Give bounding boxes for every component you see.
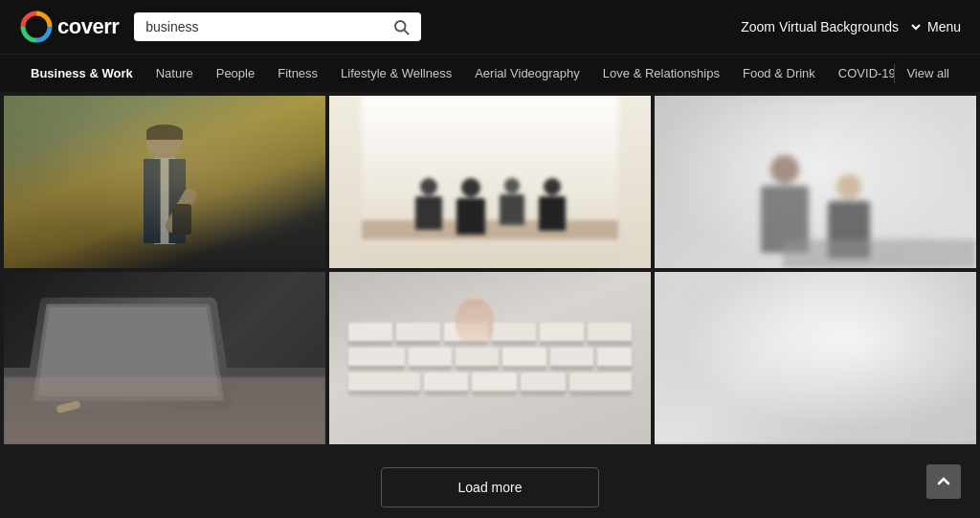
grid-item-5[interactable] <box>329 272 651 444</box>
nav-item-business[interactable]: Business & Work <box>19 55 145 93</box>
search-button[interactable] <box>392 18 410 35</box>
svg-line-3 <box>405 30 409 34</box>
video-grid <box>0 92 980 448</box>
svg-point-1 <box>31 21 42 33</box>
nav-item-aerial[interactable]: Aerial Videography <box>463 55 591 93</box>
header: coverr Zoom Virtual Backgrounds Menu <box>0 0 980 54</box>
grid-item-2[interactable] <box>329 96 651 268</box>
grid-item-3[interactable] <box>655 96 976 268</box>
search-bar <box>134 12 421 41</box>
logo[interactable]: coverr <box>19 10 119 44</box>
logo-wordmark: coverr <box>57 14 119 39</box>
view-all-button[interactable]: View all <box>895 55 961 93</box>
menu-label: Menu <box>927 19 961 34</box>
nav-item-fitness[interactable]: Fitness <box>266 55 329 93</box>
header-right: Zoom Virtual Backgrounds Menu <box>741 19 961 34</box>
chevron-down-icon <box>910 21 922 33</box>
nav-item-covid[interactable]: COVID-19 <box>827 55 895 93</box>
search-icon <box>392 18 410 35</box>
logo-icon <box>19 10 54 44</box>
grid-item-1[interactable] <box>4 96 325 268</box>
grid-item-4[interactable] <box>4 272 325 444</box>
nav: Business & Work Nature People Fitness Li… <box>0 54 980 92</box>
menu-button[interactable]: Menu <box>910 19 961 34</box>
nav-item-lifestyle[interactable]: Lifestyle & Wellness <box>329 55 463 93</box>
nav-items: Business & Work Nature People Fitness Li… <box>19 55 894 93</box>
search-input[interactable] <box>145 19 385 34</box>
nav-item-love[interactable]: Love & Relationships <box>591 55 731 93</box>
scroll-top-button[interactable] <box>926 464 961 499</box>
load-more-button[interactable]: Load more <box>381 467 600 507</box>
main-content: Load more <box>0 92 980 518</box>
nav-item-people[interactable]: People <box>205 55 266 93</box>
nav-item-food[interactable]: Food & Drink <box>731 55 827 93</box>
grid-item-6[interactable] <box>655 272 976 444</box>
load-more-section: Load more <box>0 448 980 518</box>
chevron-up-icon <box>937 475 950 488</box>
zoom-bg-link[interactable]: Zoom Virtual Backgrounds <box>741 19 899 34</box>
nav-item-nature[interactable]: Nature <box>145 55 205 93</box>
